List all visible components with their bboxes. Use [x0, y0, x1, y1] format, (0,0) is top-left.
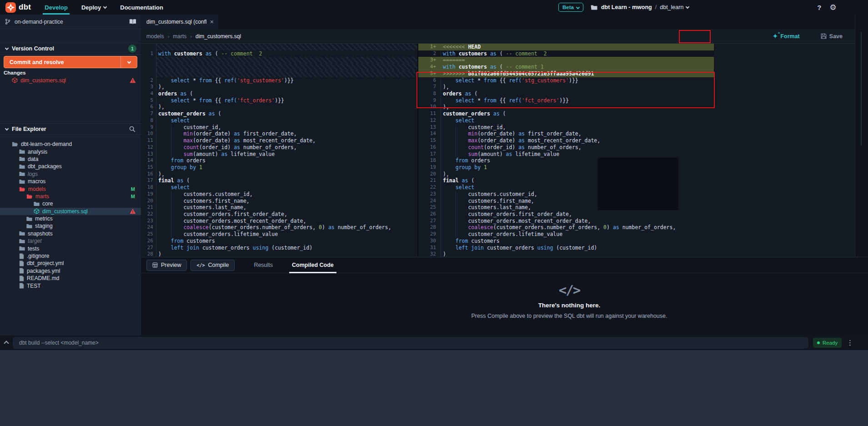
editor-region: dim_customers.sql (confli... × + models …	[141, 15, 868, 257]
commit-dropdown-toggle[interactable]	[120, 56, 137, 68]
kebab-menu-icon[interactable]: ⋮	[847, 339, 853, 347]
commit-and-resolve-button[interactable]: Commit and resolve	[4, 56, 137, 68]
tree-item-metrics[interactable]: metrics	[0, 215, 141, 222]
tree-item--gitignore[interactable]: .gitignore	[0, 252, 141, 260]
tree-item-target[interactable]: target	[0, 237, 141, 245]
book-icon[interactable]	[129, 19, 136, 25]
version-control-header[interactable]: Version Control 1	[0, 43, 141, 55]
tree-item-label: staging	[35, 223, 141, 229]
compile-button[interactable]: </> Compile	[191, 260, 235, 271]
close-icon[interactable]: ×	[210, 18, 214, 25]
folder-open-icon	[19, 186, 25, 192]
source-editor-pane[interactable]: 1with customers as ( -- comment 22 selec…	[141, 44, 417, 257]
conflict-line: 4+with customers as ( -- comment 1	[418, 64, 714, 70]
tree-item-staging[interactable]: staging	[0, 222, 141, 230]
folder-icon	[19, 246, 25, 251]
folder-icon	[19, 179, 25, 184]
tree-item-core[interactable]: core	[0, 200, 141, 207]
format-button[interactable]: ✦+ Format	[773, 33, 800, 40]
tree-item-label: dbt_packages	[28, 163, 141, 170]
conflict-warning-icon	[130, 208, 136, 214]
code-line: 17 sum(amount) as lifetime_value	[418, 151, 714, 158]
tree-item-dbt-project-yml[interactable]: dbt_project.yml	[0, 260, 141, 267]
code-line: 25 customer_orders.lifetime_value	[141, 231, 417, 238]
line-number: 29	[418, 231, 441, 238]
chevron-up-icon[interactable]	[4, 341, 9, 346]
folder-icon	[19, 239, 25, 244]
chevron-down-icon[interactable]	[686, 5, 689, 8]
git-branch-selector[interactable]: on-demand-practice	[0, 15, 141, 29]
scrollbar-track[interactable]	[861, 32, 862, 145]
tree-item-label: dbt_project.yml	[27, 260, 141, 266]
nav-item-develop[interactable]: Develop	[45, 0, 68, 15]
nav-item-deploy[interactable]: Deploy	[81, 0, 106, 15]
tree-item-label: dbt-learn-on-demand	[21, 141, 141, 147]
project-name[interactable]: dbt_learn	[660, 4, 683, 10]
tree-item-marts[interactable]: martsM	[0, 193, 141, 200]
preview-button[interactable]: Preview	[146, 260, 187, 271]
folder-icon	[19, 231, 25, 236]
line-number: 31	[418, 245, 441, 251]
tree-item-test[interactable]: TEST	[0, 282, 141, 289]
tree-item-data[interactable]: data	[0, 155, 141, 163]
gear-icon[interactable]: ⚙	[830, 4, 837, 11]
tree-item-label: analysis	[28, 149, 141, 155]
chevron-down-icon	[127, 60, 130, 63]
tab-compiled-code[interactable]: Compiled Code	[292, 257, 334, 273]
tree-item-packages-yml[interactable]: packages.yml	[0, 267, 141, 275]
tree-item-models[interactable]: modelsM	[0, 185, 141, 192]
line-number: 11	[141, 137, 156, 144]
model-file-icon	[34, 208, 40, 214]
help-icon[interactable]: ?	[817, 4, 821, 11]
tree-item-analysis[interactable]: analysis	[0, 148, 141, 155]
code-line: 28)	[141, 251, 417, 257]
nav-item-documentation[interactable]: Documentation	[120, 0, 163, 15]
changed-file-row[interactable]: dim_customers.sql	[0, 76, 141, 84]
tree-item-dbt-packages[interactable]: dbt_packages	[0, 163, 141, 170]
command-input[interactable]: dbt build --select <model_name>	[13, 337, 808, 349]
editor-tab-bar: dim_customers.sql (confli... × +	[141, 15, 868, 29]
tree-item-readme-md[interactable]: README.md	[0, 275, 141, 282]
path-separator: /	[655, 4, 657, 10]
dbt-logo[interactable]: dbt	[5, 2, 31, 13]
tree-item-label: core	[42, 200, 141, 207]
code-panes: 1with customers as ( -- comment 22 selec…	[141, 44, 855, 257]
tree-item-label: tests	[28, 246, 141, 252]
results-panel: Preview </> Compile Results Compiled Cod…	[141, 257, 868, 336]
breadcrumb-marts[interactable]: marts	[173, 33, 186, 40]
code-line: 9 customer_id,	[141, 124, 417, 131]
tree-item-macros[interactable]: macros	[0, 178, 141, 185]
line-number: 26	[141, 238, 156, 245]
tab-results[interactable]: Results	[254, 257, 273, 273]
file-explorer-header[interactable]: File Explorer	[0, 123, 141, 135]
line-number: 20	[418, 171, 441, 178]
save-button[interactable]: Save	[821, 33, 843, 40]
tree-item-tests[interactable]: tests	[0, 245, 141, 252]
folder-icon	[19, 164, 25, 169]
line-number: 23	[418, 191, 441, 198]
tab-dim-customers[interactable]: dim_customers.sql (confli... ×	[141, 15, 218, 29]
changes-count-badge: 1	[128, 45, 136, 53]
line-number: 30	[418, 238, 441, 245]
branch-name: on-demand-practice	[15, 19, 129, 25]
tree-item-dim-customers-sql[interactable]: dim_customers.sql	[0, 208, 141, 215]
empty-state-subtitle: Press Compile above to preview the SQL d…	[292, 313, 847, 319]
account-name[interactable]: dbt Learn - mwong	[601, 4, 652, 10]
code-line: 32)	[418, 251, 714, 257]
code-line: 23 customer_orders.most_recent_order_dat…	[141, 218, 417, 225]
tree-item-dbt-learn-on-demand[interactable]: dbt-learn-on-demand	[0, 140, 141, 148]
folder-icon	[19, 171, 25, 176]
line-number: 3	[141, 84, 156, 90]
tree-item-logs[interactable]: logs	[0, 170, 141, 178]
breadcrumb-models[interactable]: models	[146, 33, 164, 40]
tree-item-snapshots[interactable]: snapshots	[0, 230, 141, 237]
tree-item-label: marts	[35, 193, 131, 200]
beta-dropdown[interactable]: Beta	[558, 3, 583, 12]
file-icon	[19, 276, 24, 281]
file-icon	[19, 253, 24, 259]
search-icon[interactable]	[129, 126, 135, 132]
line-number: 12	[418, 117, 441, 124]
conflict-line: 5+>>>>>>> b81f802a66fd544504c65721e3ffaa…	[418, 70, 714, 77]
conflict-preview-pane[interactable]: 1+<<<<<<< HEAD2with customers as ( -- co…	[418, 44, 714, 257]
code-line: 11 max(order_date) as most_recent_order_…	[141, 137, 417, 144]
